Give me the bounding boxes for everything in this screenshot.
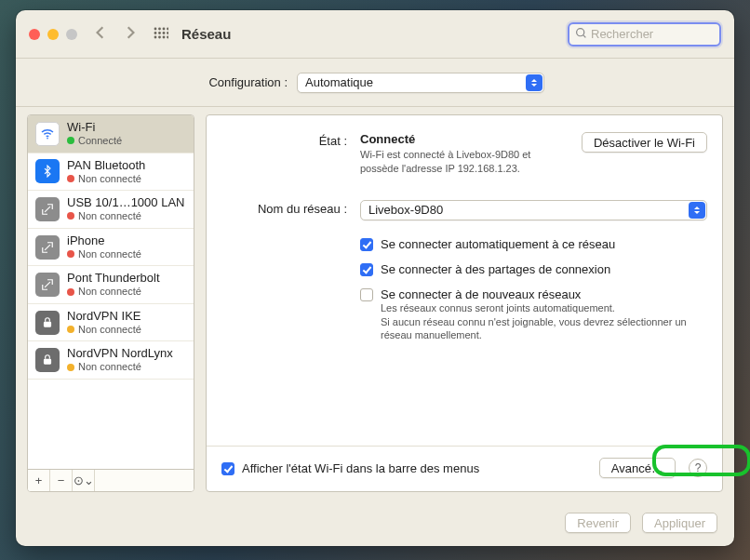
help-button[interactable]: ? — [689, 459, 707, 477]
lock-icon — [35, 348, 60, 372]
checkbox-icon — [360, 288, 373, 301]
show-in-menubar-label: Afficher l'état Wi-Fi dans la barre des … — [242, 461, 592, 475]
lock-icon — [35, 311, 60, 335]
more-actions-button[interactable]: ⊙⌄ — [73, 470, 95, 491]
svg-point-8 — [158, 35, 161, 38]
interfaces-sidebar: Wi-FiConnectéPAN BluetoothNon connectéUS… — [27, 114, 194, 492]
sidebar-item-usb-10-1-1000-lan[interactable]: USB 10/1…1000 LANNon connecté — [28, 191, 194, 229]
svg-point-6 — [163, 32, 166, 34]
back-button[interactable] — [94, 26, 107, 42]
svg-point-2 — [163, 27, 166, 30]
svg-point-7 — [154, 35, 157, 38]
svg-point-4 — [154, 32, 157, 34]
add-interface-button[interactable]: + — [28, 470, 50, 491]
svg-point-9 — [163, 35, 166, 38]
select-arrows-icon — [526, 74, 542, 91]
content: Wi-FiConnectéPAN BluetoothNon connectéUS… — [16, 107, 734, 503]
config-row: Configuration : Automatique — [16, 59, 734, 107]
sidebar-item-nordvpn-ike[interactable]: NordVPN IKENon connecté — [28, 304, 194, 342]
auto-join-checkbox[interactable]: Se connecter automatiquement à ce réseau — [360, 237, 707, 251]
bt-icon — [35, 159, 60, 183]
forward-button[interactable] — [124, 26, 137, 42]
interface-name: iPhone — [67, 234, 141, 248]
titlebar: Réseau — [16, 10, 734, 59]
window-controls — [29, 29, 77, 40]
interface-name: Pont Thunderbolt — [67, 272, 160, 286]
svg-point-13 — [167, 35, 168, 38]
wifi-icon — [35, 122, 60, 146]
join-hotspots-checkbox[interactable]: Se connecter à des partages de connexion — [360, 262, 707, 276]
interface-status: Non connecté — [67, 248, 141, 260]
svg-point-0 — [154, 27, 157, 30]
svg-point-5 — [158, 32, 161, 34]
network-value: Livebox-9D80 — [368, 203, 443, 217]
window-title: Réseau — [181, 26, 231, 42]
interface-status: Non connecté — [67, 210, 184, 222]
svg-point-14 — [577, 28, 584, 35]
join-new-hint: Les réseaux connus seront joints automat… — [381, 301, 707, 343]
interfaces-list: Wi-FiConnectéPAN BluetoothNon connectéUS… — [28, 115, 194, 469]
sidebar-item-pan-bluetooth[interactable]: PAN BluetoothNon connecté — [28, 153, 194, 192]
status-label: État : — [221, 132, 347, 176]
sidebar-item-nordvpn-nordlynx[interactable]: NordVPN NordLynxNon connecté — [28, 341, 194, 380]
svg-point-12 — [167, 32, 168, 34]
sidebar-item-iphone[interactable]: iPhoneNon connecté — [28, 229, 194, 267]
status-value: Connecté — [360, 132, 572, 146]
status-sub: Wi-Fi est connecté à Livebox-9D80 et pos… — [360, 148, 572, 176]
join-new-checkbox[interactable]: Se connecter à de nouveaux réseaux Les r… — [360, 287, 707, 343]
svg-point-11 — [167, 27, 168, 30]
checkbox-icon — [360, 238, 373, 251]
zoom-window[interactable] — [66, 29, 77, 40]
search-field[interactable] — [568, 22, 721, 47]
interface-name: NordVPN IKE — [67, 310, 141, 324]
network-select[interactable]: Livebox-9D80 — [360, 200, 707, 220]
interface-status: Non connecté — [67, 286, 160, 298]
close-window[interactable] — [29, 29, 40, 40]
remove-interface-button[interactable]: − — [50, 470, 73, 491]
search-input[interactable] — [591, 27, 714, 41]
interface-name: Wi-Fi — [67, 121, 122, 135]
nav-arrows — [94, 26, 137, 42]
sidebar-tools: + − ⊙⌄ — [28, 469, 194, 491]
minimize-window[interactable] — [47, 29, 59, 40]
svg-point-15 — [47, 138, 48, 140]
show-all-button[interactable] — [154, 27, 168, 42]
sidebar-item-wi-fi[interactable]: Wi-FiConnecté — [28, 115, 194, 153]
search-icon — [575, 27, 587, 42]
checkbox-icon — [360, 263, 373, 276]
toggle-wifi-button[interactable]: Désactiver le Wi-Fi — [582, 132, 707, 153]
auto-join-label: Se connecter automatiquement à ce réseau — [381, 237, 615, 251]
interface-status: Connecté — [67, 135, 122, 147]
revert-button[interactable]: Revenir — [565, 513, 631, 533]
svg-point-1 — [158, 27, 161, 30]
apply-button[interactable]: Appliquer — [642, 513, 717, 533]
detail-panel: État : Connecté Wi-Fi est connecté à Liv… — [206, 114, 723, 492]
advanced-button[interactable]: Avancé… — [599, 458, 676, 478]
gen-icon — [35, 273, 60, 297]
network-label: Nom du réseau : — [221, 200, 347, 220]
window-footer: Revenir Appliquer — [16, 503, 734, 546]
show-in-menubar-checkbox[interactable] — [221, 462, 234, 475]
gen-icon — [35, 235, 60, 260]
interface-status: Non connecté — [67, 173, 145, 185]
config-label: Configuration : — [25, 75, 288, 89]
select-arrows-icon — [689, 202, 705, 219]
interface-name: NordVPN NordLynx — [67, 347, 173, 361]
config-value: Automatique — [305, 75, 373, 89]
preferences-window: Réseau Configuration : Automatique Wi-Fi… — [16, 10, 734, 546]
interface-status: Non connecté — [67, 324, 141, 336]
interface-status: Non connecté — [67, 361, 173, 373]
svg-rect-17 — [44, 359, 51, 365]
gen-icon — [35, 197, 60, 221]
interface-name: PAN Bluetooth — [67, 159, 145, 173]
join-hotspots-label: Se connecter à des partages de connexion — [381, 262, 610, 276]
detail-footer: Afficher l'état Wi-Fi dans la barre des … — [207, 446, 722, 478]
sidebar-item-pont-thunderbolt[interactable]: Pont ThunderboltNon connecté — [28, 266, 194, 304]
join-new-label: Se connecter à de nouveaux réseaux — [381, 287, 707, 301]
config-select[interactable]: Automatique — [297, 73, 544, 93]
svg-rect-16 — [44, 322, 51, 327]
interface-name: USB 10/1…1000 LAN — [67, 196, 184, 210]
